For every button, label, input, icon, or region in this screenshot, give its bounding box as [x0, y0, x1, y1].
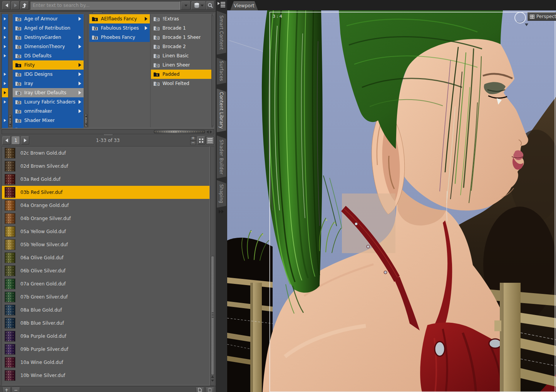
tab-shaping[interactable]: Shaping [217, 180, 226, 208]
file-item[interactable]: 04a Orange Gold.duf [2, 199, 209, 212]
tree-item[interactable]: S omnifreaker [13, 107, 84, 116]
expand-arrow[interactable] [2, 116, 8, 125]
tree-item-selected[interactable]: S AElflaeds Fancy [89, 14, 150, 23]
file-item[interactable]: 07a Green Gold.duf [2, 277, 209, 290]
expand-arrow[interactable] [2, 14, 8, 23]
tree-column3-scrollbar[interactable] [211, 14, 214, 127]
tree-column1-scrollbar[interactable] [84, 14, 88, 127]
zoom-in-button[interactable]: + [190, 136, 196, 140]
file-item[interactable]: 09a Purple Gold.duf [2, 330, 209, 343]
expand-arrow[interactable] [2, 125, 8, 128]
dress-disc [435, 342, 445, 356]
database-menu-button[interactable] [191, 1, 206, 10]
tree-item-current[interactable]: S Iray Uber Defaults [13, 88, 84, 97]
tree-item[interactable]: S [13, 125, 84, 128]
file-item[interactable]: 02d Brown Silver.duf [2, 160, 209, 173]
prev-page-button[interactable] [2, 136, 11, 145]
expand-arrow[interactable] [2, 70, 8, 79]
tree-item[interactable]: S Age of Armour [13, 14, 84, 23]
tree-item[interactable]: S Luxury Fabric Shaders [13, 97, 84, 107]
file-item[interactable]: 06a Olive Gold.duf [2, 251, 209, 264]
tree-item[interactable]: S Shader Mixer [13, 116, 84, 125]
file-item[interactable]: 07b Green Silver.duf [2, 290, 209, 304]
file-item[interactable]: 04b Orange Silver.duf [2, 212, 209, 225]
tab-overflow-button[interactable] [219, 210, 224, 214]
up-directory-button[interactable] [20, 1, 29, 10]
add-button[interactable]: + [2, 387, 11, 392]
grid-view-button[interactable] [197, 136, 205, 145]
back-button[interactable] [2, 1, 11, 10]
chevron-down-icon [184, 5, 188, 7]
file-item[interactable]: 03a Red Gold.duf [2, 173, 209, 186]
expand-arrow[interactable] [2, 23, 8, 33]
file-item[interactable]: 10b Wine Silver.duf [2, 369, 209, 382]
expand-arrow[interactable] [2, 33, 8, 42]
file-item[interactable]: 10a Wine Gold.duf [2, 356, 209, 369]
file-thumbnail [5, 213, 15, 224]
remove-button[interactable]: − [12, 387, 20, 392]
3d-viewport[interactable]: 3 : 4 Perspective [227, 10, 556, 392]
next-icon [24, 138, 27, 142]
forward-button[interactable] [11, 1, 20, 10]
next-page-button[interactable] [21, 136, 29, 145]
file-item[interactable]: 05b Yellow Silver.duf [2, 238, 209, 251]
tree-item[interactable]: S Angel of Retribution [13, 23, 84, 33]
tree-item[interactable]: S DimensionTheory [13, 42, 84, 51]
tree-item[interactable]: S Linen Sheer [151, 60, 212, 70]
search-input[interactable] [30, 1, 180, 10]
file-item-selected[interactable]: 03b Red Silver.duf [2, 186, 209, 199]
tree-item[interactable]: S Phoebes Fancy [89, 33, 150, 42]
file-list-scrollbar[interactable] [210, 146, 214, 385]
pane-menu-button[interactable] [217, 1, 226, 9]
camera-selector-button[interactable]: Perspective [528, 12, 556, 21]
tree-item[interactable]: S !Extras [151, 14, 212, 23]
list-view-button[interactable] [206, 136, 214, 145]
expand-arrow[interactable] [2, 79, 8, 88]
file-thumbnail [5, 226, 15, 237]
tree-item[interactable]: S DS Defaults [13, 51, 84, 60]
tree-item[interactable]: S Brocade 1 Sheer [151, 33, 212, 42]
tree-item[interactable]: S DestinysGarden [13, 33, 84, 42]
tree-item-selected[interactable]: S Fisty [13, 60, 84, 70]
file-item[interactable]: 06b Olive Silver.duf [2, 264, 209, 277]
tree-strip-scrollbar[interactable] [8, 14, 12, 127]
current-page-button[interactable]: 1 [12, 136, 20, 145]
tab-smart-content[interactable]: Smart Content [217, 11, 226, 55]
tree-item[interactable]: S Brocade 2 [151, 42, 212, 51]
submenu-arrow-icon [79, 91, 81, 95]
search-button[interactable] [206, 1, 214, 10]
zoom-out-button[interactable]: − [190, 141, 196, 145]
file-item[interactable]: 09b Purple Silver.duf [2, 343, 209, 356]
tree-item[interactable]: S Iray [13, 79, 84, 88]
tab-content-library[interactable]: Content Library [217, 88, 226, 132]
search-history-dropdown[interactable] [181, 1, 191, 10]
expand-arrow[interactable] [2, 97, 8, 107]
svg-text:S: S [156, 64, 158, 67]
expand-arrow[interactable] [2, 107, 8, 116]
pane-menu-icon [217, 1, 226, 8]
tree-item-selected[interactable]: S Padded [151, 70, 212, 79]
copy-file-button[interactable] [196, 387, 204, 392]
tree-item[interactable]: S Wool Felted [151, 79, 212, 88]
file-item[interactable]: 02c Brown Gold.duf [2, 147, 209, 160]
tree-item[interactable]: S Linen Basic [151, 51, 212, 60]
file-item[interactable]: 05a Yellow Gold.duf [2, 225, 209, 238]
up-arrow-icon [22, 3, 27, 8]
svg-text:S: S [95, 18, 96, 21]
tree-item[interactable]: S IDG Designs [13, 70, 84, 79]
file-item[interactable]: 08b Blue Silver.duf [2, 317, 209, 330]
file-item[interactable]: 08a Blue Gold.duf [2, 304, 209, 317]
tab-surfaces[interactable]: Surfaces [217, 58, 226, 85]
expand-arrow[interactable] [2, 60, 8, 70]
tree-item[interactable]: S Fabulous Stripes [89, 23, 150, 33]
scroll-left-icon[interactable] [206, 130, 209, 133]
scroll-right-icon[interactable] [210, 130, 212, 133]
tab-viewport[interactable]: Viewport [230, 1, 258, 10]
tab-shader-builder[interactable]: Shader Builder [217, 135, 226, 178]
expand-arrow-focused[interactable] [2, 88, 8, 97]
svg-text:S: S [156, 37, 158, 39]
paste-file-button[interactable] [206, 387, 214, 392]
tree-item[interactable]: S Brocade 1 [151, 23, 212, 33]
expand-arrow[interactable] [2, 42, 8, 51]
expand-arrow[interactable] [2, 51, 8, 60]
